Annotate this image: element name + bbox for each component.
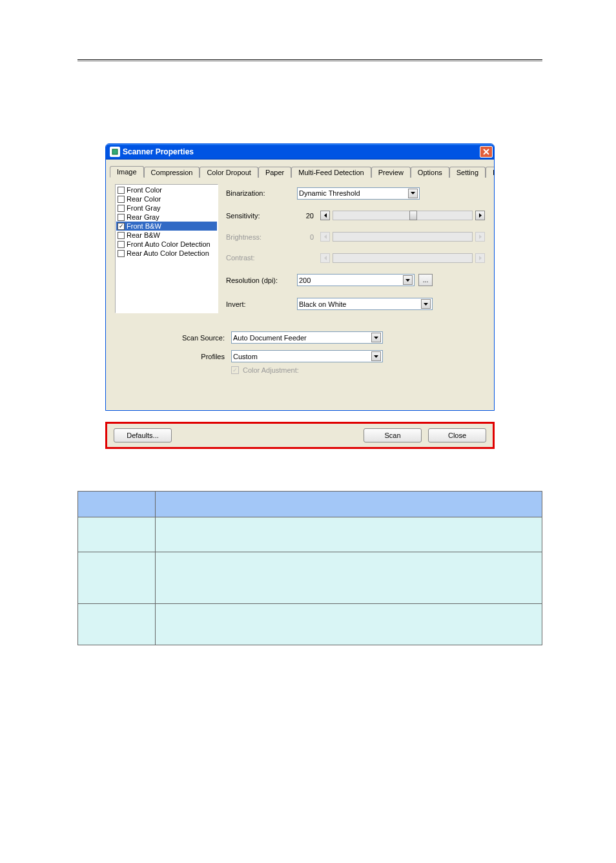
checkbox-icon[interactable] <box>118 250 125 257</box>
close-button[interactable]: Close <box>428 428 486 442</box>
checkbox-icon[interactable] <box>118 232 125 239</box>
tab-image[interactable]: Image <box>110 166 144 178</box>
checkbox-icon[interactable] <box>118 223 125 230</box>
checkbox-icon[interactable] <box>118 214 125 221</box>
mode-front-auto-color[interactable]: Front Auto Color Detection <box>116 240 217 249</box>
svg-rect-0 <box>112 149 118 154</box>
scan-button[interactable]: Scan <box>364 428 422 442</box>
table-row <box>78 517 542 552</box>
binarization-select[interactable]: Dynamic Threshold <box>297 187 420 200</box>
tab-multifeed[interactable]: Multi-Feed Detection <box>291 167 371 178</box>
resolution-label: Resolution (dpi): <box>226 276 297 284</box>
slider-track <box>333 232 473 242</box>
brightness-slider: 0 <box>297 232 485 242</box>
invert-label: Invert: <box>226 300 297 308</box>
tab-compression[interactable]: Compression <box>144 167 200 178</box>
slider-thumb[interactable] <box>409 211 417 220</box>
slider-track <box>333 253 473 263</box>
close-icon[interactable] <box>480 146 493 158</box>
arrow-left-icon <box>320 253 330 263</box>
table-header-cell <box>156 492 542 517</box>
page-rule-thin <box>77 61 542 61</box>
mode-rear-gray[interactable]: Rear Gray <box>116 213 217 222</box>
scanner-properties-dialog: Scanner Properties Image Compression Col… <box>105 143 495 411</box>
resolution-browse-button[interactable]: ... <box>418 274 433 286</box>
table-cell <box>156 517 542 552</box>
tab-setting[interactable]: Setting <box>449 167 486 178</box>
page-rule <box>77 59 542 60</box>
tab-paper[interactable]: Paper <box>258 167 291 178</box>
chevron-down-icon[interactable] <box>403 275 413 285</box>
arrow-right-icon[interactable] <box>475 211 485 220</box>
slider-track[interactable] <box>333 211 473 220</box>
sensitivity-slider[interactable]: 20 <box>297 211 485 220</box>
chevron-down-icon[interactable] <box>371 333 381 342</box>
image-mode-list[interactable]: Front Color Rear Color Front Gray Rear G… <box>115 184 218 313</box>
brightness-label: Brightness: <box>226 233 297 241</box>
tab-strip: Image Compression Color Dropout Paper Mu… <box>110 165 490 178</box>
mode-rear-color[interactable]: Rear Color <box>116 194 217 203</box>
image-panel: Front Color Rear Color Front Gray Rear G… <box>106 178 494 410</box>
sensitivity-label: Sensitivity: <box>226 212 297 220</box>
contrast-label: Contrast: <box>226 254 297 262</box>
table-cell <box>78 552 156 604</box>
tab-options[interactable]: Options <box>411 167 449 178</box>
table-cell <box>78 604 156 645</box>
invert-select[interactable]: Black on White <box>297 298 433 310</box>
image-settings: Binarization: Dynamic Threshold Sensitiv… <box>226 184 485 313</box>
titlebar[interactable]: Scanner Properties <box>106 144 494 160</box>
arrow-left-icon <box>320 232 330 242</box>
binarization-label: Binarization: <box>226 189 297 197</box>
table-row <box>78 604 542 645</box>
scan-source-label: Scan Source: <box>115 334 231 342</box>
mode-rear-bw[interactable]: Rear B&W <box>116 231 217 240</box>
arrow-right-icon <box>475 232 485 242</box>
table-row <box>78 552 542 604</box>
arrow-right-icon <box>475 253 485 263</box>
lower-settings: Scan Source: Auto Document Feeder Profil… <box>115 331 485 362</box>
chevron-down-icon[interactable] <box>421 299 431 309</box>
defaults-button[interactable]: Defaults... <box>114 428 172 442</box>
dialog-button-bar: Defaults... Scan Close <box>105 422 495 449</box>
color-adjustment-label: Color Adjustment: <box>243 366 299 374</box>
mode-front-bw[interactable]: Front B&W <box>116 222 217 231</box>
arrow-left-icon[interactable] <box>320 211 330 220</box>
tab-imprinter[interactable]: Imprinter <box>486 167 495 178</box>
checkbox-icon[interactable] <box>118 205 125 212</box>
profiles-select[interactable]: Custom <box>231 350 383 362</box>
app-icon <box>110 147 120 157</box>
scan-source-select[interactable]: Auto Document Feeder <box>231 331 383 344</box>
color-adjustment-row: ✓ Color Adjustment: <box>231 366 485 374</box>
checkbox-icon[interactable] <box>118 196 125 203</box>
table-cell <box>78 517 156 552</box>
checkbox-icon[interactable] <box>118 187 125 194</box>
mode-front-color[interactable]: Front Color <box>116 185 217 194</box>
resolution-select[interactable]: 200 <box>297 274 415 286</box>
profiles-label: Profiles <box>115 353 231 360</box>
mode-rear-auto-color[interactable]: Rear Auto Color Detection <box>116 249 217 258</box>
contrast-slider <box>297 253 485 263</box>
chevron-down-icon[interactable] <box>408 189 418 198</box>
table-header-cell <box>78 492 156 517</box>
table-cell <box>156 604 542 645</box>
tab-preview[interactable]: Preview <box>371 167 411 178</box>
tab-color-dropout[interactable]: Color Dropout <box>200 167 258 178</box>
chevron-down-icon[interactable] <box>371 351 381 361</box>
checkbox-icon: ✓ <box>231 366 239 374</box>
window-title: Scanner Properties <box>123 147 480 156</box>
description-table <box>77 491 542 645</box>
mode-front-gray[interactable]: Front Gray <box>116 203 217 213</box>
checkbox-icon[interactable] <box>118 241 125 248</box>
table-cell <box>156 552 542 604</box>
